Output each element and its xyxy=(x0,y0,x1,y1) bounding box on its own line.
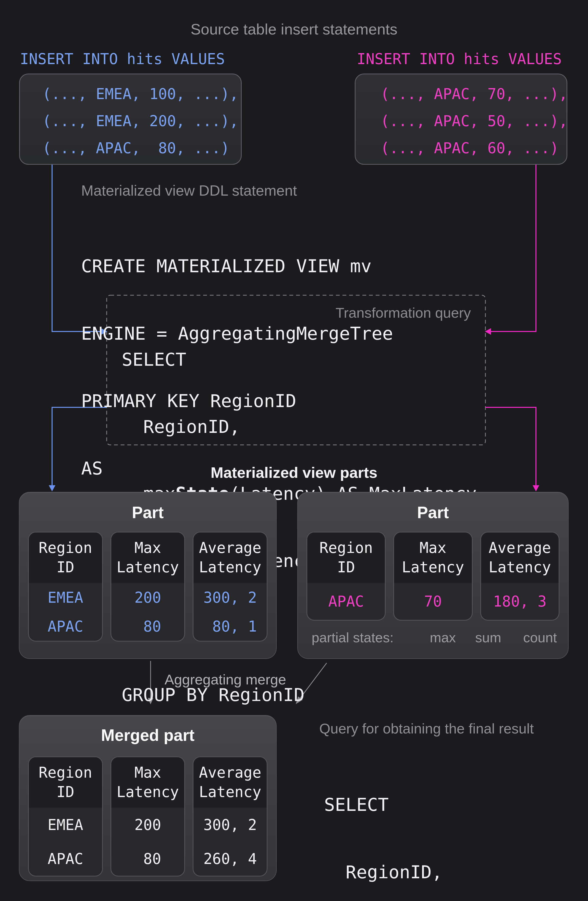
insert-left-row: (..., EMEA, 200, ...), xyxy=(42,108,241,135)
insert-right-row: (..., APAC, 70, ...), xyxy=(381,81,566,108)
cell-value: EMEA xyxy=(29,589,102,606)
aggregating-merge-tree-diagram: Source table insert statements INSERT IN… xyxy=(0,0,588,901)
column-header-line: Region xyxy=(29,538,102,558)
cell-value: 70 xyxy=(394,593,471,610)
mv-parts-section-label: Materialized view parts xyxy=(0,464,588,482)
column-card-region-id: Region ID EMEA APAC xyxy=(28,756,103,876)
cell-value: APAC xyxy=(307,593,385,610)
diagram-title: Source table insert statements xyxy=(0,20,588,38)
cell-value: 80 xyxy=(111,850,185,868)
partial-state-sum: sum xyxy=(475,630,501,645)
cell-value: 80, 1 xyxy=(193,618,267,635)
cell-value: 300, 2 xyxy=(193,816,267,834)
column-header-line: Latency xyxy=(193,782,267,802)
column-header: Region ID xyxy=(29,757,102,808)
cell-value: 80 xyxy=(111,618,185,635)
final-query-code-line: RegionID, xyxy=(324,861,571,883)
column-header-line: Average xyxy=(193,538,267,558)
cell-value: 200 xyxy=(111,816,185,834)
magenta-arrowhead-into-query xyxy=(485,328,491,335)
column-card-region-id: Region ID APAC xyxy=(306,532,386,620)
column-header: Average Latency xyxy=(481,533,558,583)
transformation-code-line: SELECT xyxy=(122,349,477,371)
column-header-line: Average xyxy=(481,538,558,558)
column-header-line: Region xyxy=(29,763,102,782)
final-query-label: Query for obtaining the final result xyxy=(319,720,534,737)
column-header-line: Latency xyxy=(481,558,558,577)
column-card-average-latency: Average Latency 300, 2 260, 4 xyxy=(193,756,268,876)
insert-right-row: (..., APAC, 60, ...) xyxy=(381,135,566,162)
column-values: 180, 3 xyxy=(481,583,558,620)
column-header-line: Latency xyxy=(193,558,267,577)
cell-value: APAC xyxy=(29,850,102,868)
column-header-line: Max xyxy=(111,763,185,782)
insert-right-row: (..., APAC, 50, ...), xyxy=(381,108,566,135)
insert-left-row: (..., APAC, 80, ...) xyxy=(42,135,241,162)
partial-state-count: count xyxy=(523,630,557,645)
ddl-label: Materialized view DDL statement xyxy=(81,182,297,199)
part-title: Part xyxy=(298,493,568,522)
column-header: Region ID xyxy=(307,533,385,583)
column-header: Average Latency xyxy=(193,757,267,808)
cell-value: 260, 4 xyxy=(193,850,267,868)
column-card-max-latency: Max Latency 200 80 xyxy=(110,532,185,642)
aggregating-merge-label: Aggregating merge xyxy=(165,671,286,688)
insert-left-row: (..., EMEA, 100, ...), xyxy=(42,81,241,108)
insert-values-right-box: (..., APAC, 70, ...), (..., APAC, 50, ..… xyxy=(355,73,567,165)
cell-value: 300, 2 xyxy=(193,589,267,606)
cell-value: EMEA xyxy=(29,816,102,834)
partial-state-max: max xyxy=(430,630,456,645)
column-card-region-id: Region ID EMEA APAC xyxy=(28,532,103,642)
column-values: EMEA APAC xyxy=(29,583,102,641)
transformation-code-line: RegionID, xyxy=(122,416,477,438)
column-header-line: Average xyxy=(193,763,267,782)
insert-statement-right-header: INSERT INTO hits VALUES xyxy=(357,51,562,67)
merged-part-panel: Merged part Region ID EMEA APAC Max Late… xyxy=(19,715,277,881)
blue-arrowhead-into-part xyxy=(49,485,55,491)
column-card-max-latency: Max Latency 70 xyxy=(393,532,472,620)
column-header-line: Max xyxy=(394,538,471,558)
column-header: Max Latency xyxy=(394,533,471,583)
column-header: Average Latency xyxy=(193,533,267,583)
column-values: APAC xyxy=(307,583,385,620)
column-header-line: Latency xyxy=(111,558,185,577)
part-right-columns: Region ID APAC Max Latency 70 Average xyxy=(306,532,559,620)
column-header-line: Latency xyxy=(394,558,471,577)
column-header-line: ID xyxy=(29,782,102,802)
column-header-line: ID xyxy=(29,558,102,577)
column-header: Max Latency xyxy=(111,533,185,583)
partial-states-label: partial states: xyxy=(312,630,394,645)
merged-part-columns: Region ID EMEA APAC Max Latency 200 80 xyxy=(28,756,268,876)
cell-value: 180, 3 xyxy=(481,593,558,610)
column-values: 70 xyxy=(394,583,471,620)
column-card-average-latency: Average Latency 180, 3 xyxy=(480,532,559,620)
cell-value: 200 xyxy=(111,589,185,606)
column-values: 200 80 xyxy=(111,808,185,876)
final-query-code-line: SELECT xyxy=(324,793,571,816)
insert-values-left-box: (..., EMEA, 100, ...), (..., EMEA, 200, … xyxy=(19,73,242,165)
magenta-arrowhead-into-part xyxy=(533,485,539,491)
cell-value: APAC xyxy=(29,618,102,635)
part-title: Part xyxy=(19,493,276,522)
ddl-code-line: CREATE MATERIALIZED VIEW mv xyxy=(81,255,393,277)
column-card-max-latency: Max Latency 200 80 xyxy=(110,756,185,876)
column-header-line: ID xyxy=(307,558,385,577)
column-header: Region ID xyxy=(29,533,102,583)
magenta-flow-into-query xyxy=(490,164,536,332)
column-values: 200 80 xyxy=(111,583,185,641)
final-query-code: SELECT RegionID, maxMerge(MaxLatency), a… xyxy=(324,748,571,901)
column-values: 300, 2 80, 1 xyxy=(193,583,267,641)
part-panel-left: Part Region ID EMEA APAC Max Latency 200 xyxy=(19,492,277,659)
column-card-average-latency: Average Latency 300, 2 80, 1 xyxy=(193,532,268,642)
part-left-columns: Region ID EMEA APAC Max Latency 200 80 xyxy=(28,532,268,642)
merged-part-title: Merged part xyxy=(19,716,276,745)
column-values: 300, 2 260, 4 xyxy=(193,808,267,876)
column-header-line: Region xyxy=(307,538,385,558)
column-header-line: Latency xyxy=(111,782,185,802)
column-header: Max Latency xyxy=(111,757,185,808)
insert-statement-left-header: INSERT INTO hits VALUES xyxy=(20,51,225,67)
column-values: EMEA APAC xyxy=(29,808,102,876)
column-header-line: Max xyxy=(111,538,185,558)
part-panel-right: Part Region ID APAC Max Latency 70 xyxy=(297,492,569,659)
